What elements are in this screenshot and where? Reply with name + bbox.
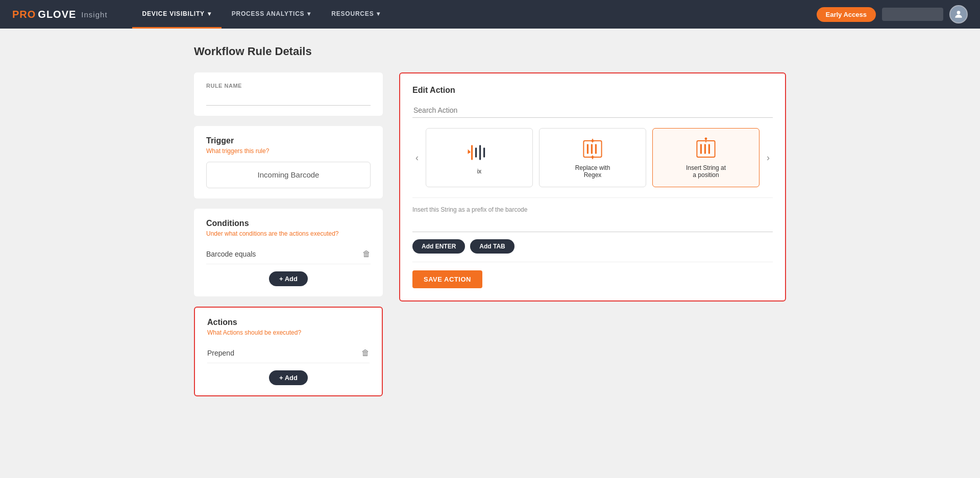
condition-row: Barcode equals 🗑 xyxy=(206,244,371,264)
action-card-regex[interactable]: Replace withRegex xyxy=(539,128,646,187)
page-container: Workflow Rule Details Rule Name Trigger … xyxy=(0,29,980,478)
delete-action-icon[interactable]: 🗑 xyxy=(361,348,370,358)
chevron-down-icon: ▾ xyxy=(307,10,311,17)
avatar[interactable] xyxy=(949,5,968,23)
svg-rect-2 xyxy=(475,147,477,157)
svg-rect-3 xyxy=(479,145,481,160)
add-enter-button[interactable]: Add ENTER xyxy=(412,239,465,254)
carousel-prev-button[interactable]: ‹ xyxy=(412,150,422,165)
prepend-icon xyxy=(467,140,492,165)
logo: PROGLOVE Insight xyxy=(12,9,108,20)
trigger-heading: Trigger xyxy=(206,136,371,145)
left-panel: Rule Name Trigger What triggers this rul… xyxy=(194,72,383,396)
action-card-regex-label: Replace withRegex xyxy=(575,164,610,179)
save-section: SAVE ACTION xyxy=(412,262,773,288)
nav-right: Early Access xyxy=(817,5,968,23)
carousel-cards: ix xyxy=(426,128,760,187)
action-card-insert-label: Insert String ata position xyxy=(686,164,726,179)
svg-marker-12 xyxy=(591,138,594,141)
logo-insight: Insight xyxy=(81,10,107,19)
edit-action-panel: Edit Action ‹ xyxy=(399,72,786,301)
action-row: Prepend 🗑 xyxy=(207,343,370,363)
prefix-description: Insert this String as a prefix of the ba… xyxy=(412,206,773,213)
nav-links: Device Visibility ▾ Process Analytics ▾ … xyxy=(132,0,391,29)
early-access-button[interactable]: Early Access xyxy=(817,7,876,22)
trigger-barcode-card: Incoming Barcode xyxy=(206,162,371,188)
action-label: Prepend xyxy=(207,349,234,357)
svg-marker-14 xyxy=(591,156,594,159)
add-condition-button[interactable]: + Add xyxy=(269,271,308,286)
carousel-next-button[interactable]: › xyxy=(764,150,773,165)
svg-point-0 xyxy=(957,11,961,14)
conditions-section: Conditions Under what conditions are the… xyxy=(194,209,383,296)
action-card-prepend[interactable]: ix xyxy=(426,128,533,187)
trigger-subtext: What triggers this rule? xyxy=(206,147,371,155)
chevron-down-icon: ▾ xyxy=(208,10,211,17)
svg-rect-8 xyxy=(587,144,589,154)
rule-name-input[interactable] xyxy=(206,91,371,106)
chevron-down-icon: ▾ xyxy=(377,10,380,17)
actions-section: Actions What Actions should be executed?… xyxy=(194,307,383,396)
svg-point-19 xyxy=(705,138,707,140)
rule-name-section: Rule Name xyxy=(194,72,383,116)
actions-subtext: What Actions should be executed? xyxy=(207,329,370,336)
svg-rect-4 xyxy=(483,147,485,157)
svg-rect-10 xyxy=(595,144,597,154)
svg-rect-1 xyxy=(471,145,473,160)
logo-glove: GLOVE xyxy=(38,9,76,20)
insert-string-icon xyxy=(694,137,718,161)
prefix-input[interactable] xyxy=(412,217,773,232)
trigger-barcode-label: Incoming Barcode xyxy=(258,170,320,179)
save-action-button[interactable]: SAVE ACTION xyxy=(412,270,482,288)
navbar: PROGLOVE Insight Device Visibility ▾ Pro… xyxy=(0,0,980,29)
actions-heading: Actions xyxy=(207,318,370,327)
nav-process-analytics[interactable]: Process Analytics ▾ xyxy=(222,0,322,29)
action-card-prepend-label: ix xyxy=(477,168,482,175)
search-action-input[interactable] xyxy=(412,103,773,118)
special-keys-row: Add ENTER Add TAB xyxy=(412,239,773,254)
page-title: Workflow Rule Details xyxy=(194,45,786,58)
delete-condition-icon[interactable]: 🗑 xyxy=(362,249,371,259)
svg-rect-16 xyxy=(700,144,702,154)
user-search-input[interactable] xyxy=(882,8,943,21)
action-card-insert[interactable]: Insert String ata position xyxy=(652,128,760,187)
trigger-section: Trigger What triggers this rule? Incomin… xyxy=(194,126,383,198)
conditions-heading: Conditions xyxy=(206,219,371,228)
condition-label: Barcode equals xyxy=(206,250,256,258)
prefix-section: Insert this String as a prefix of the ba… xyxy=(412,197,773,254)
conditions-subtext: Under what conditions are the actions ex… xyxy=(206,230,371,237)
add-action-button[interactable]: + Add xyxy=(269,370,308,385)
rule-name-label: Rule Name xyxy=(206,83,371,89)
nav-device-visibility[interactable]: Device Visibility ▾ xyxy=(132,0,222,29)
edit-action-title: Edit Action xyxy=(412,86,773,95)
svg-rect-17 xyxy=(704,144,706,154)
action-carousel: ‹ ix xyxy=(412,128,773,187)
nav-resources[interactable]: Resources ▾ xyxy=(321,0,390,29)
add-tab-button[interactable]: Add TAB xyxy=(470,239,514,254)
main-layout: Rule Name Trigger What triggers this rul… xyxy=(194,72,786,396)
content-area: Workflow Rule Details Rule Name Trigger … xyxy=(194,45,786,462)
svg-rect-6 xyxy=(468,152,471,153)
regex-icon xyxy=(580,137,605,161)
svg-rect-9 xyxy=(591,144,593,154)
logo-pro: PRO xyxy=(12,9,36,20)
svg-rect-18 xyxy=(708,144,710,154)
